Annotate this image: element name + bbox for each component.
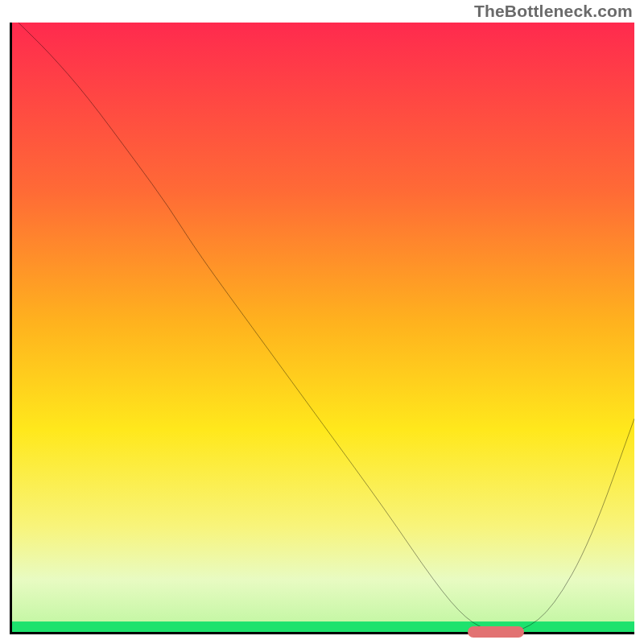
plot-area [10, 23, 634, 634]
bottleneck-curve [19, 23, 634, 632]
optimum-marker [468, 626, 524, 638]
curve-layer [12, 23, 634, 632]
chart-canvas: TheBottleneck.com [0, 0, 644, 644]
watermark-text: TheBottleneck.com [474, 2, 633, 21]
